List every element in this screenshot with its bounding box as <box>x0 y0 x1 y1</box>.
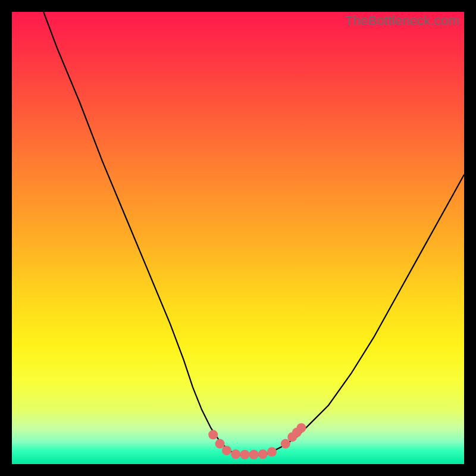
plot-area: TheBottleneck.com <box>12 12 464 464</box>
curve-marker <box>296 423 306 433</box>
curve-marker <box>215 439 225 449</box>
curve-marker <box>222 446 231 455</box>
curve-marker <box>267 447 277 457</box>
chart-frame: TheBottleneck.com <box>0 0 476 476</box>
curve-marker <box>258 449 268 459</box>
marker-layer <box>208 423 306 459</box>
curve-marker <box>249 450 259 459</box>
curve-marker <box>240 450 249 459</box>
curve-layer <box>12 12 464 464</box>
curve-marker <box>208 430 218 440</box>
bottleneck-curve <box>43 12 464 455</box>
curve-marker <box>281 439 290 449</box>
curve-marker <box>231 449 240 459</box>
